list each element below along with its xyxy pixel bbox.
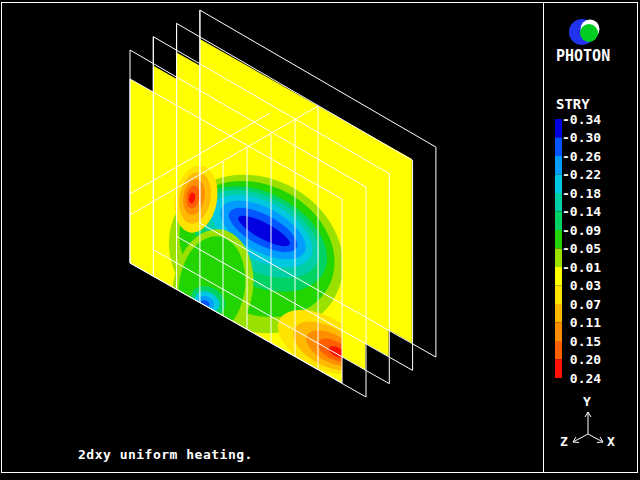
x-axis-label: X [607, 434, 615, 449]
legend-tick-label: 0.20 [562, 352, 601, 367]
legend-tick-label: -0.34 [562, 112, 601, 127]
legend-swatch [555, 119, 562, 138]
legend-swatch [555, 175, 562, 194]
legend-tick-label: -0.18 [562, 186, 601, 201]
legend-tick-label: -0.09 [562, 223, 601, 238]
plot-caption: 2dxy uniform heating. [78, 447, 253, 462]
legend-tick-label: -0.26 [562, 149, 601, 164]
legend-tick-label: -0.22 [562, 167, 601, 182]
legend-swatch [555, 212, 562, 231]
legend-tick-label: -0.05 [562, 241, 601, 256]
legend-tick-label: -0.30 [562, 130, 601, 145]
logo-green-ball [580, 24, 598, 42]
legend-swatch [555, 341, 562, 360]
photon-app-window: PHOTON STRY -0.34 -0.30 -0.26 -0.22 -0.1… [0, 0, 640, 480]
y-axis-label: Y [583, 394, 591, 409]
legend: STRY -0.34 -0.30 -0.26 -0.22 -0.18 -0.14… [555, 96, 601, 386]
legend-swatch [555, 249, 562, 268]
legend-swatch [555, 360, 562, 379]
legend-swatch [555, 323, 562, 342]
legend-tick-label: -0.01 [562, 260, 601, 275]
z-axis-label: Z [560, 434, 568, 449]
legend-title: STRY [556, 96, 590, 112]
legend-tick-label: 0.11 [562, 315, 601, 330]
photon-canvas: PHOTON STRY -0.34 -0.30 -0.26 -0.22 -0.1… [0, 0, 640, 480]
legend-tick-label: 0.03 [562, 278, 601, 293]
legend-tick-label: 0.15 [562, 334, 601, 349]
legend-swatch [555, 156, 562, 175]
legend-swatch [555, 230, 562, 249]
legend-tick-label: -0.14 [562, 204, 601, 219]
legend-swatch [555, 304, 562, 323]
legend-swatch [555, 138, 562, 157]
app-name: PHOTON [556, 47, 610, 65]
legend-swatch [555, 193, 562, 212]
legend-swatch [555, 267, 562, 286]
legend-tick-label: 0.07 [562, 297, 601, 312]
legend-tick-label: 0.24 [562, 371, 601, 386]
legend-swatch [555, 286, 562, 305]
